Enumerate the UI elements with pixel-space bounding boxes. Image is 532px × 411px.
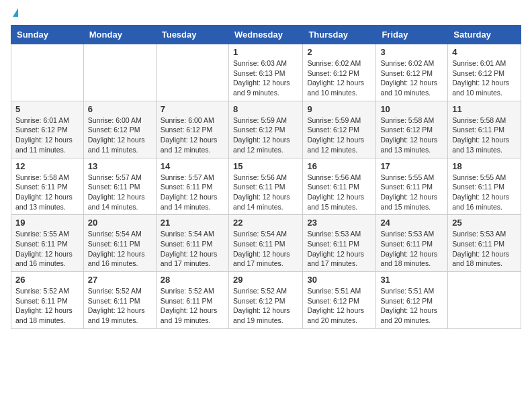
day-info: Sunrise: 5:55 AM Sunset: 6:11 PM Dayligh… xyxy=(452,173,517,212)
day-info: Sunrise: 5:55 AM Sunset: 6:11 PM Dayligh… xyxy=(15,229,79,269)
day-info: Sunrise: 5:51 AM Sunset: 6:12 PM Dayligh… xyxy=(380,286,443,326)
day-number: 7 xyxy=(161,104,224,114)
day-info: Sunrise: 6:00 AM Sunset: 6:12 PM Dayligh… xyxy=(161,116,224,155)
calendar-week-row: 1Sunrise: 6:03 AM Sunset: 6:13 PM Daylig… xyxy=(11,44,521,101)
day-info: Sunrise: 5:53 AM Sunset: 6:11 PM Dayligh… xyxy=(452,229,517,269)
day-number: 23 xyxy=(307,218,371,228)
column-header-thursday: Thursday xyxy=(303,26,376,44)
day-number: 24 xyxy=(380,218,443,228)
column-header-sunday: Sunday xyxy=(11,26,84,44)
calendar-cell: 27Sunrise: 5:52 AM Sunset: 6:11 PM Dayli… xyxy=(83,272,156,329)
calendar-cell: 5Sunrise: 6:01 AM Sunset: 6:12 PM Daylig… xyxy=(11,101,84,158)
day-number: 19 xyxy=(15,218,79,228)
calendar-cell xyxy=(156,44,228,101)
calendar-week-row: 26Sunrise: 5:52 AM Sunset: 6:11 PM Dayli… xyxy=(11,272,521,329)
day-number: 16 xyxy=(307,161,371,171)
calendar-cell: 25Sunrise: 5:53 AM Sunset: 6:11 PM Dayli… xyxy=(448,215,521,272)
day-number: 13 xyxy=(88,161,152,171)
calendar-cell: 13Sunrise: 5:57 AM Sunset: 6:11 PM Dayli… xyxy=(83,158,156,215)
day-number: 15 xyxy=(233,161,298,171)
calendar-cell: 16Sunrise: 5:56 AM Sunset: 6:11 PM Dayli… xyxy=(303,158,376,215)
day-info: Sunrise: 5:55 AM Sunset: 6:11 PM Dayligh… xyxy=(380,173,443,212)
calendar-cell: 8Sunrise: 5:59 AM Sunset: 6:12 PM Daylig… xyxy=(228,101,302,158)
day-info: Sunrise: 6:01 AM Sunset: 6:12 PM Dayligh… xyxy=(452,58,517,98)
day-number: 11 xyxy=(452,104,517,114)
day-info: Sunrise: 5:54 AM Sunset: 6:11 PM Dayligh… xyxy=(161,229,224,269)
calendar-cell: 17Sunrise: 5:55 AM Sunset: 6:11 PM Dayli… xyxy=(376,158,448,215)
day-number: 2 xyxy=(307,47,371,57)
day-info: Sunrise: 6:02 AM Sunset: 6:12 PM Dayligh… xyxy=(307,58,371,98)
day-info: Sunrise: 5:57 AM Sunset: 6:11 PM Dayligh… xyxy=(88,173,152,212)
day-info: Sunrise: 5:59 AM Sunset: 6:12 PM Dayligh… xyxy=(307,116,371,155)
calendar-cell: 19Sunrise: 5:55 AM Sunset: 6:11 PM Dayli… xyxy=(11,215,84,272)
day-info: Sunrise: 5:59 AM Sunset: 6:12 PM Dayligh… xyxy=(233,116,298,155)
calendar-cell: 24Sunrise: 5:53 AM Sunset: 6:11 PM Dayli… xyxy=(376,215,448,272)
day-number: 3 xyxy=(380,47,443,57)
day-info: Sunrise: 6:00 AM Sunset: 6:12 PM Dayligh… xyxy=(88,116,152,155)
day-info: Sunrise: 5:54 AM Sunset: 6:11 PM Dayligh… xyxy=(233,229,298,269)
day-number: 6 xyxy=(88,104,152,114)
day-number: 25 xyxy=(452,218,517,228)
day-number: 4 xyxy=(452,47,517,57)
calendar-cell: 6Sunrise: 6:00 AM Sunset: 6:12 PM Daylig… xyxy=(83,101,156,158)
day-info: Sunrise: 5:52 AM Sunset: 6:11 PM Dayligh… xyxy=(88,286,152,326)
day-number: 20 xyxy=(88,218,152,228)
day-info: Sunrise: 5:54 AM Sunset: 6:11 PM Dayligh… xyxy=(88,229,152,269)
logo xyxy=(11,11,18,17)
day-number: 5 xyxy=(15,104,79,114)
day-info: Sunrise: 5:58 AM Sunset: 6:12 PM Dayligh… xyxy=(380,116,443,155)
day-number: 31 xyxy=(380,275,443,285)
day-number: 17 xyxy=(380,161,443,171)
calendar-cell: 11Sunrise: 5:58 AM Sunset: 6:11 PM Dayli… xyxy=(448,101,521,158)
day-number: 26 xyxy=(15,275,79,285)
calendar-cell xyxy=(83,44,156,101)
calendar-cell: 15Sunrise: 5:56 AM Sunset: 6:11 PM Dayli… xyxy=(228,158,302,215)
day-info: Sunrise: 5:58 AM Sunset: 6:11 PM Dayligh… xyxy=(15,173,79,212)
calendar-cell: 12Sunrise: 5:58 AM Sunset: 6:11 PM Dayli… xyxy=(11,158,84,215)
calendar-week-row: 19Sunrise: 5:55 AM Sunset: 6:11 PM Dayli… xyxy=(11,215,521,272)
calendar-cell: 14Sunrise: 5:57 AM Sunset: 6:11 PM Dayli… xyxy=(156,158,228,215)
calendar-cell: 21Sunrise: 5:54 AM Sunset: 6:11 PM Dayli… xyxy=(156,215,228,272)
day-number: 10 xyxy=(380,104,443,114)
calendar-cell: 29Sunrise: 5:52 AM Sunset: 6:12 PM Dayli… xyxy=(228,272,302,329)
day-number: 9 xyxy=(307,104,371,114)
day-number: 30 xyxy=(307,275,371,285)
day-info: Sunrise: 5:56 AM Sunset: 6:11 PM Dayligh… xyxy=(307,173,371,212)
calendar-cell: 28Sunrise: 5:52 AM Sunset: 6:11 PM Dayli… xyxy=(156,272,228,329)
day-info: Sunrise: 6:02 AM Sunset: 6:12 PM Dayligh… xyxy=(380,58,443,98)
day-info: Sunrise: 5:53 AM Sunset: 6:11 PM Dayligh… xyxy=(307,229,371,269)
day-number: 22 xyxy=(233,218,298,228)
day-number: 14 xyxy=(161,161,224,171)
day-info: Sunrise: 5:51 AM Sunset: 6:12 PM Dayligh… xyxy=(307,286,371,326)
calendar-cell: 7Sunrise: 6:00 AM Sunset: 6:12 PM Daylig… xyxy=(156,101,228,158)
day-info: Sunrise: 6:01 AM Sunset: 6:12 PM Dayligh… xyxy=(15,116,79,155)
calendar-cell: 4Sunrise: 6:01 AM Sunset: 6:12 PM Daylig… xyxy=(448,44,521,101)
calendar-cell: 9Sunrise: 5:59 AM Sunset: 6:12 PM Daylig… xyxy=(303,101,376,158)
calendar-cell xyxy=(448,272,521,329)
calendar-cell: 31Sunrise: 5:51 AM Sunset: 6:12 PM Dayli… xyxy=(376,272,448,329)
calendar-cell: 10Sunrise: 5:58 AM Sunset: 6:12 PM Dayli… xyxy=(376,101,448,158)
calendar-cell: 26Sunrise: 5:52 AM Sunset: 6:11 PM Dayli… xyxy=(11,272,84,329)
day-number: 12 xyxy=(15,161,79,171)
day-number: 21 xyxy=(161,218,224,228)
day-number: 1 xyxy=(233,47,298,57)
day-info: Sunrise: 5:57 AM Sunset: 6:11 PM Dayligh… xyxy=(161,173,224,212)
day-info: Sunrise: 5:52 AM Sunset: 6:11 PM Dayligh… xyxy=(15,286,79,326)
calendar-cell xyxy=(11,44,84,101)
day-number: 8 xyxy=(233,104,298,114)
calendar-cell: 1Sunrise: 6:03 AM Sunset: 6:13 PM Daylig… xyxy=(228,44,302,101)
calendar-cell: 3Sunrise: 6:02 AM Sunset: 6:12 PM Daylig… xyxy=(376,44,448,101)
calendar-cell: 2Sunrise: 6:02 AM Sunset: 6:12 PM Daylig… xyxy=(303,44,376,101)
day-info: Sunrise: 6:03 AM Sunset: 6:13 PM Dayligh… xyxy=(233,58,298,98)
day-info: Sunrise: 5:53 AM Sunset: 6:11 PM Dayligh… xyxy=(380,229,443,269)
logo-triangle-icon xyxy=(13,8,18,17)
day-info: Sunrise: 5:56 AM Sunset: 6:11 PM Dayligh… xyxy=(233,173,298,212)
column-header-tuesday: Tuesday xyxy=(156,26,228,44)
calendar-cell: 20Sunrise: 5:54 AM Sunset: 6:11 PM Dayli… xyxy=(83,215,156,272)
page-header xyxy=(11,11,521,17)
column-header-wednesday: Wednesday xyxy=(228,26,302,44)
day-number: 28 xyxy=(161,275,224,285)
calendar-header-row: SundayMondayTuesdayWednesdayThursdayFrid… xyxy=(11,26,521,44)
day-info: Sunrise: 5:58 AM Sunset: 6:11 PM Dayligh… xyxy=(452,116,517,155)
calendar-cell: 22Sunrise: 5:54 AM Sunset: 6:11 PM Dayli… xyxy=(228,215,302,272)
